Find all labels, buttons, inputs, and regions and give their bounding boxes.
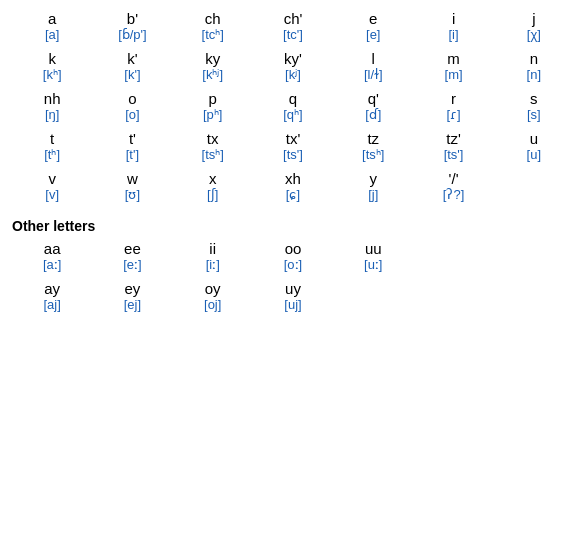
letter-cell: q' xyxy=(333,88,413,107)
ipa-cell: [v] xyxy=(12,187,92,208)
ipa-cell: [ʃ] xyxy=(173,187,253,208)
alphabet-table: ab'chch'eij[a][ɓ/p'][tcʰ][tc'][e][i][χ]k… xyxy=(12,8,574,208)
letter-cell: e xyxy=(333,8,413,27)
ipa-cell: [ʊ] xyxy=(92,187,172,208)
ipa-cell: [ɓ/p'] xyxy=(92,27,172,48)
ipa-cell: [ʔ?] xyxy=(413,187,493,208)
ipa-cell: [ej] xyxy=(92,297,172,318)
letter-cell: tx xyxy=(173,128,253,147)
ipa-cell: [l/ɫ] xyxy=(333,67,413,88)
letter-cell: xh xyxy=(253,168,333,187)
ipa-cell: [aj] xyxy=(12,297,92,318)
letter-cell: r xyxy=(413,88,493,107)
letter-cell: m xyxy=(413,48,493,67)
letter-cell: ch' xyxy=(253,8,333,27)
letter-cell: n xyxy=(494,48,574,67)
ipa-cell: [oj] xyxy=(173,297,253,318)
ipa-cell: [tcʰ] xyxy=(173,27,253,48)
letter-cell: l xyxy=(333,48,413,67)
ipa-cell: [a] xyxy=(12,27,92,48)
letter-cell: q xyxy=(253,88,333,107)
letter-cell: uu xyxy=(333,238,413,257)
letter-cell: '/' xyxy=(413,168,493,187)
letter-cell xyxy=(494,168,574,187)
letter-cell: w xyxy=(92,168,172,187)
ipa-cell: [kʰʲ] xyxy=(173,67,253,88)
letter-cell: ay xyxy=(12,278,92,297)
letter-cell: aa xyxy=(12,238,92,257)
letter-cell xyxy=(413,238,493,257)
letter-cell: j xyxy=(494,8,574,27)
ipa-cell: [o] xyxy=(92,107,172,128)
letter-cell: nh xyxy=(12,88,92,107)
ipa-cell: [tsʰ] xyxy=(173,147,253,168)
ipa-cell xyxy=(494,257,574,278)
letter-cell xyxy=(413,278,493,297)
letter-cell: ky' xyxy=(253,48,333,67)
ipa-cell: [ɗ] xyxy=(333,107,413,128)
letter-cell: ky xyxy=(173,48,253,67)
letter-cell xyxy=(333,278,413,297)
ipa-cell xyxy=(413,297,493,318)
ipa-cell: [eː] xyxy=(92,257,172,278)
letter-cell: k' xyxy=(92,48,172,67)
letter-cell: x xyxy=(173,168,253,187)
letter-cell: v xyxy=(12,168,92,187)
ipa-cell: [tʰ] xyxy=(12,147,92,168)
ipa-cell: [χ] xyxy=(494,27,574,48)
other-letters-section: Other letters aaeeiioouu[aː][eː][iː][oː]… xyxy=(12,208,574,318)
letter-cell: ch xyxy=(173,8,253,27)
letter-cell: o xyxy=(92,88,172,107)
ipa-cell: [kʲ] xyxy=(253,67,333,88)
ipa-cell: [oː] xyxy=(253,257,333,278)
ipa-cell: [uj] xyxy=(253,297,333,318)
ipa-cell: [ɕ] xyxy=(253,187,333,208)
ipa-cell xyxy=(494,297,574,318)
ipa-cell xyxy=(333,297,413,318)
letter-cell: t' xyxy=(92,128,172,147)
ipa-cell: [pʰ] xyxy=(173,107,253,128)
letter-cell: y xyxy=(333,168,413,187)
ipa-cell xyxy=(413,257,493,278)
letter-cell: ey xyxy=(92,278,172,297)
ipa-cell: [s] xyxy=(494,107,574,128)
letter-cell: p xyxy=(173,88,253,107)
letter-cell: t xyxy=(12,128,92,147)
other-letters-table: aaeeiioouu[aː][eː][iː][oː][uː]ayeyoyuy[a… xyxy=(12,238,574,318)
letter-cell: oo xyxy=(253,238,333,257)
letter-cell: s xyxy=(494,88,574,107)
ipa-cell: [ɾ] xyxy=(413,107,493,128)
letter-cell: u xyxy=(494,128,574,147)
ipa-cell: [j] xyxy=(333,187,413,208)
letter-cell: tz' xyxy=(413,128,493,147)
ipa-cell: [n] xyxy=(494,67,574,88)
other-letters-header: Other letters xyxy=(12,208,574,238)
ipa-cell: [qʰ] xyxy=(253,107,333,128)
ipa-cell: [tc'] xyxy=(253,27,333,48)
ipa-cell xyxy=(494,187,574,208)
letter-cell: ii xyxy=(173,238,253,257)
ipa-cell: [m] xyxy=(413,67,493,88)
ipa-cell: [i] xyxy=(413,27,493,48)
ipa-cell: [ts'] xyxy=(253,147,333,168)
letter-cell: tx' xyxy=(253,128,333,147)
ipa-cell: [e] xyxy=(333,27,413,48)
letter-cell: i xyxy=(413,8,493,27)
ipa-cell: [ts'] xyxy=(413,147,493,168)
letter-cell: b' xyxy=(92,8,172,27)
letter-cell: a xyxy=(12,8,92,27)
ipa-cell: [tsʰ] xyxy=(333,147,413,168)
ipa-cell: [k'] xyxy=(92,67,172,88)
ipa-cell: [kʰ] xyxy=(12,67,92,88)
ipa-cell: [t'] xyxy=(92,147,172,168)
letter-cell: oy xyxy=(173,278,253,297)
letter-cell xyxy=(494,238,574,257)
letter-cell xyxy=(494,278,574,297)
letter-cell: tz xyxy=(333,128,413,147)
ipa-cell: [uː] xyxy=(333,257,413,278)
letter-cell: uy xyxy=(253,278,333,297)
letter-cell: ee xyxy=(92,238,172,257)
ipa-cell: [iː] xyxy=(173,257,253,278)
letter-cell: k xyxy=(12,48,92,67)
ipa-cell: [ŋ] xyxy=(12,107,92,128)
